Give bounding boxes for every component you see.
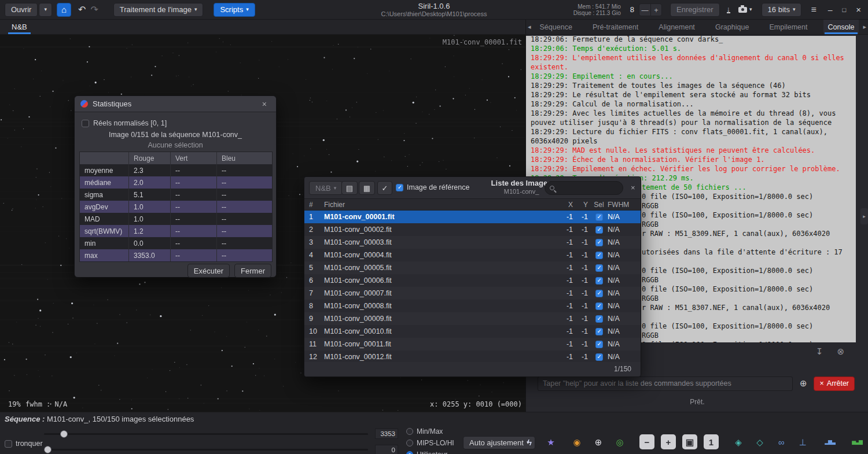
row-select-checkbox[interactable] bbox=[595, 353, 603, 361]
clear-console-button[interactable]: ⊗ bbox=[833, 345, 848, 359]
list-view-button[interactable]: ▤ bbox=[341, 181, 358, 195]
wand-button[interactable]: ϟ bbox=[522, 434, 537, 449]
radio-mips-circle[interactable] bbox=[406, 440, 413, 446]
reference-image-checkbox[interactable] bbox=[396, 184, 403, 191]
row-select-checkbox[interactable] bbox=[595, 213, 603, 221]
save-as-button[interactable]: ↓ bbox=[724, 3, 733, 17]
normalized-checkbox[interactable] bbox=[82, 120, 89, 127]
tab-pretraitement[interactable]: Pré-traitement bbox=[588, 20, 643, 34]
reference-image-option[interactable]: Image de référence bbox=[396, 183, 469, 191]
astrometry-button[interactable]: ⊕ bbox=[591, 434, 606, 449]
lo-value-field[interactable]: 0 bbox=[375, 445, 398, 454]
image-row[interactable]: 12M101-conv_00012.fit-1-1N/A bbox=[304, 350, 641, 362]
image-row[interactable]: 5M101-conv_00005.fit-1-1N/A bbox=[304, 261, 641, 274]
image-row[interactable]: 4M101-conv_00004.fit-1-1N/A bbox=[304, 249, 641, 261]
tab-graphique[interactable]: Graphique bbox=[711, 20, 753, 34]
image-processing-button[interactable]: Traitement de l'image ▾ bbox=[113, 3, 204, 17]
stats-row[interactable]: moyenne2.3---- bbox=[80, 164, 272, 176]
statistics-dialog-titlebar[interactable]: Statistiques × bbox=[75, 96, 276, 112]
row-select-checkbox[interactable] bbox=[595, 226, 603, 234]
tab-nb[interactable]: N&B bbox=[6, 20, 33, 34]
hi-slider-knob[interactable] bbox=[60, 430, 68, 438]
row-select-checkbox[interactable] bbox=[595, 315, 603, 323]
image-row[interactable]: 11M101-conv_00011.fit-1-1N/A bbox=[304, 338, 641, 350]
truncate-option[interactable]: tronquer bbox=[5, 440, 43, 448]
zoom-in-button[interactable]: + bbox=[661, 434, 676, 449]
stack-chart-button[interactable]: ▅▃▆ bbox=[849, 434, 865, 449]
row-select-checkbox[interactable] bbox=[595, 341, 603, 348]
hi-value-field[interactable]: 3353 bbox=[375, 429, 398, 439]
lo-slider-knob[interactable] bbox=[44, 446, 52, 453]
row-select-checkbox[interactable] bbox=[595, 302, 603, 310]
snapshot-button[interactable]: ▾ bbox=[736, 3, 755, 17]
lens-button[interactable]: ◉ bbox=[569, 434, 584, 449]
stats-row[interactable]: max3353.0---- bbox=[80, 249, 272, 261]
home-button[interactable]: ⌂ bbox=[57, 3, 71, 17]
open-button[interactable]: Ouvrir bbox=[5, 3, 38, 17]
menu-button[interactable]: ≡ bbox=[808, 3, 818, 17]
image-search-field[interactable] bbox=[545, 181, 623, 195]
row-select-checkbox[interactable] bbox=[595, 252, 603, 259]
search-clear-button[interactable]: × bbox=[627, 183, 639, 193]
close-dialog-button[interactable]: Fermer bbox=[234, 264, 271, 278]
image-row[interactable]: 9M101-conv_00009.fit-1-1N/A bbox=[304, 312, 641, 325]
stop-button[interactable]: × Arrêter bbox=[814, 377, 855, 391]
zoom-100-button[interactable]: 1 bbox=[704, 434, 719, 449]
image-row[interactable]: 1M101-conv_00001.fit-1-1N/A bbox=[304, 211, 641, 223]
zoom-out-button[interactable]: − bbox=[639, 434, 654, 449]
statistics-close-button[interactable]: × bbox=[259, 99, 270, 109]
execute-button[interactable]: Exécuter bbox=[187, 264, 230, 278]
redo-button[interactable]: ↷ bbox=[88, 3, 100, 17]
row-select-checkbox[interactable] bbox=[595, 277, 603, 285]
bit-depth-button[interactable]: 16 bits ▾ bbox=[762, 3, 802, 17]
channel-mode-button[interactable]: N&B ▾ bbox=[309, 181, 343, 195]
image-row[interactable]: 10M101-conv_00010.fit-1-1N/A bbox=[304, 325, 641, 338]
link-channels-button[interactable]: ∞ bbox=[774, 434, 789, 449]
tab-console[interactable]: Console bbox=[823, 20, 859, 34]
language-button[interactable]: ⊕ bbox=[797, 377, 810, 390]
row-select-checkbox[interactable] bbox=[595, 290, 603, 297]
thread-increment-button[interactable]: + bbox=[650, 4, 661, 16]
row-select-checkbox[interactable] bbox=[595, 328, 603, 335]
panel-expand-handle[interactable]: ▸ bbox=[860, 208, 868, 224]
row-select-checkbox[interactable] bbox=[595, 264, 603, 272]
photometry-button[interactable]: ◎ bbox=[612, 434, 627, 449]
tab-alignement[interactable]: Alignement bbox=[654, 20, 700, 34]
radio-minmax-circle[interactable] bbox=[406, 428, 413, 435]
image-row[interactable]: 7M101-conv_00007.fit-1-1N/A bbox=[304, 287, 641, 300]
radio-user[interactable]: Utilisateur bbox=[406, 451, 447, 454]
row-select-checkbox[interactable] bbox=[595, 239, 603, 246]
stats-row[interactable]: avgDev1.0---- bbox=[80, 201, 272, 213]
tabs-scroll-right-icon[interactable]: ▸ bbox=[861, 23, 868, 31]
tabs-scroll-left-icon[interactable]: ◂ bbox=[526, 23, 533, 31]
tab-sequence[interactable]: Séquence bbox=[535, 20, 577, 34]
stats-row[interactable]: sqrt(BWMV)1.2---- bbox=[80, 225, 272, 237]
scripts-button[interactable]: Scripts ▾ bbox=[214, 3, 255, 17]
radio-mips[interactable]: MIPS-LO/HI bbox=[406, 439, 454, 447]
image-row[interactable]: 6M101-conv_00006.fit-1-1N/A bbox=[304, 274, 641, 287]
image-row[interactable]: 2M101-conv_00002.fit-1-1N/A bbox=[304, 223, 641, 236]
stats-row[interactable]: MAD1.0---- bbox=[80, 213, 272, 225]
thread-decrement-button[interactable]: — bbox=[639, 4, 650, 16]
truncate-checkbox[interactable] bbox=[5, 440, 12, 448]
hi-slider[interactable] bbox=[44, 433, 368, 435]
image-row[interactable]: 3M101-conv_00003.fit-1-1N/A bbox=[304, 236, 641, 249]
select-all-button[interactable]: ✓ bbox=[377, 181, 392, 195]
radio-user-circle[interactable] bbox=[406, 451, 413, 454]
image-row[interactable]: 8M101-conv_00008.fit-1-1N/A bbox=[304, 300, 641, 312]
normalized-option[interactable]: Réels normalisés [0, 1] bbox=[82, 119, 167, 127]
close-button[interactable]: × bbox=[856, 3, 861, 17]
stats-row[interactable]: médiane2.0---- bbox=[80, 176, 272, 189]
stats-row[interactable]: sigma5.1---- bbox=[80, 189, 272, 201]
layers-button[interactable]: ◈ bbox=[731, 434, 746, 449]
star-detection-button[interactable]: ★ bbox=[543, 434, 558, 449]
grid-view-button[interactable]: ▦ bbox=[359, 181, 375, 195]
lo-slider[interactable] bbox=[44, 449, 368, 451]
stats-row[interactable]: min0.0---- bbox=[80, 237, 272, 249]
open-dropdown-button[interactable]: ▾ bbox=[39, 3, 52, 17]
histogram-button[interactable]: ▂▆▃ bbox=[822, 434, 837, 449]
export-log-button[interactable]: ↧ bbox=[812, 345, 827, 359]
tab-empilement[interactable]: Empilement bbox=[764, 20, 812, 34]
undo-button[interactable]: ↶ bbox=[76, 3, 88, 17]
fit-window-button[interactable]: ▣ bbox=[682, 434, 697, 449]
